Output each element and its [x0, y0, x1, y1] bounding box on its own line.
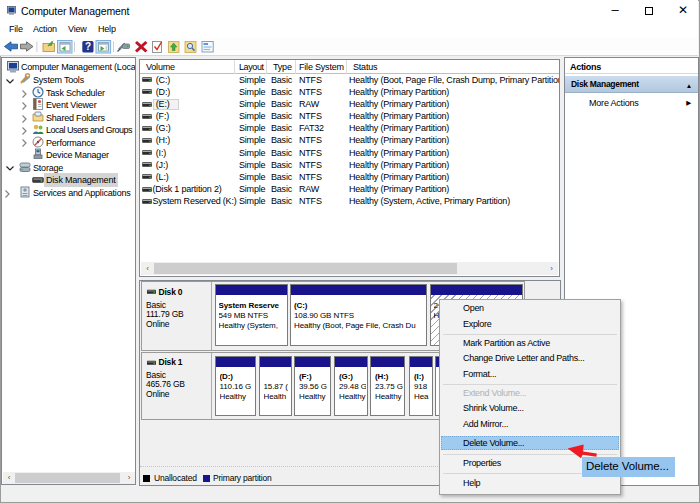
- svg-text:?: ?: [85, 41, 91, 52]
